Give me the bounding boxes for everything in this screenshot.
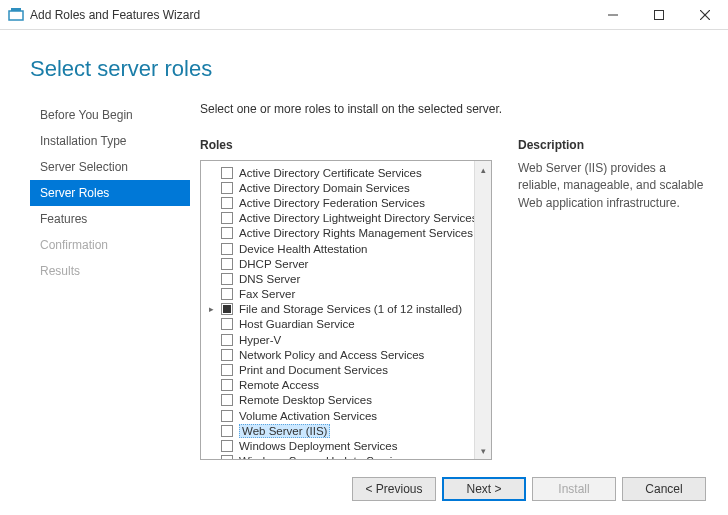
role-row[interactable]: ▸File and Storage Services (1 of 12 inst…: [221, 302, 491, 317]
footer-buttons: < Previous Next > Install Cancel: [352, 477, 706, 501]
scroll-down-icon[interactable]: ▾: [475, 442, 491, 459]
role-checkbox[interactable]: [221, 364, 233, 376]
role-checkbox[interactable]: [221, 243, 233, 255]
install-button: Install: [532, 477, 616, 501]
cancel-button[interactable]: Cancel: [622, 477, 706, 501]
instruction-text: Select one or more roles to install on t…: [200, 102, 708, 116]
role-row[interactable]: Active Directory Certificate Services: [221, 165, 491, 180]
role-row[interactable]: Active Directory Domain Services: [221, 180, 491, 195]
role-label[interactable]: Host Guardian Service: [239, 318, 355, 330]
role-label[interactable]: DNS Server: [239, 273, 300, 285]
role-label[interactable]: Fax Server: [239, 288, 295, 300]
close-button[interactable]: [682, 0, 728, 30]
role-checkbox[interactable]: [221, 318, 233, 330]
role-checkbox[interactable]: [221, 288, 233, 300]
role-row[interactable]: Volume Activation Services: [221, 408, 491, 423]
previous-button[interactable]: < Previous: [352, 477, 436, 501]
window-controls: [590, 0, 728, 30]
role-checkbox[interactable]: [221, 349, 233, 361]
minimize-button[interactable]: [590, 0, 636, 30]
sidebar-item-server-selection[interactable]: Server Selection: [30, 154, 190, 180]
roles-header: Roles: [200, 138, 492, 152]
role-row[interactable]: Windows Deployment Services: [221, 438, 491, 453]
role-checkbox[interactable]: [221, 273, 233, 285]
svg-rect-0: [9, 11, 23, 20]
role-checkbox[interactable]: [221, 182, 233, 194]
sidebar-item-before-you-begin[interactable]: Before You Begin: [30, 102, 190, 128]
role-label[interactable]: File and Storage Services (1 of 12 insta…: [239, 303, 462, 315]
svg-rect-3: [655, 10, 664, 19]
role-checkbox[interactable]: [221, 227, 233, 239]
titlebar: Add Roles and Features Wizard: [0, 0, 728, 30]
role-checkbox[interactable]: [221, 440, 233, 452]
role-checkbox[interactable]: [221, 197, 233, 209]
role-label[interactable]: Windows Server Update Services: [239, 455, 410, 460]
role-checkbox[interactable]: [221, 334, 233, 346]
role-checkbox[interactable]: [221, 394, 233, 406]
role-label[interactable]: Remote Desktop Services: [239, 394, 372, 406]
next-button[interactable]: Next >: [442, 477, 526, 501]
scrollbar[interactable]: ▴ ▾: [474, 161, 491, 459]
role-checkbox[interactable]: [221, 167, 233, 179]
role-row[interactable]: Remote Desktop Services: [221, 393, 491, 408]
role-row[interactable]: DHCP Server: [221, 256, 491, 271]
role-row[interactable]: Active Directory Lightweight Directory S…: [221, 211, 491, 226]
role-label[interactable]: Active Directory Federation Services: [239, 197, 425, 209]
role-row[interactable]: DNS Server: [221, 271, 491, 286]
role-row[interactable]: Print and Document Services: [221, 362, 491, 377]
role-row[interactable]: Host Guardian Service: [221, 317, 491, 332]
sidebar-item-confirmation: Confirmation: [30, 232, 190, 258]
role-checkbox[interactable]: [221, 455, 233, 460]
role-label[interactable]: Web Server (IIS): [239, 424, 330, 438]
sidebar-item-installation-type[interactable]: Installation Type: [30, 128, 190, 154]
page-heading: Select server roles: [0, 30, 728, 102]
app-icon: [8, 7, 24, 23]
role-label[interactable]: Device Health Attestation: [239, 243, 368, 255]
role-row[interactable]: Windows Server Update Services: [221, 454, 491, 460]
role-row[interactable]: Fax Server: [221, 287, 491, 302]
role-row[interactable]: Web Server (IIS): [221, 423, 491, 438]
role-row[interactable]: Active Directory Federation Services: [221, 195, 491, 210]
role-label[interactable]: Hyper-V: [239, 334, 281, 346]
role-row[interactable]: Remote Access: [221, 378, 491, 393]
scroll-up-icon[interactable]: ▴: [475, 161, 491, 178]
maximize-button[interactable]: [636, 0, 682, 30]
role-checkbox[interactable]: [221, 258, 233, 270]
role-checkbox[interactable]: [221, 379, 233, 391]
role-label[interactable]: Active Directory Lightweight Directory S…: [239, 212, 477, 224]
role-checkbox[interactable]: [221, 212, 233, 224]
role-label[interactable]: Active Directory Certificate Services: [239, 167, 422, 179]
wizard-steps-sidebar: Before You BeginInstallation TypeServer …: [30, 102, 190, 460]
roles-listbox[interactable]: Active Directory Certificate ServicesAct…: [200, 160, 492, 460]
role-label[interactable]: Network Policy and Access Services: [239, 349, 424, 361]
role-checkbox[interactable]: [221, 410, 233, 422]
sidebar-item-features[interactable]: Features: [30, 206, 190, 232]
role-label[interactable]: Print and Document Services: [239, 364, 388, 376]
sidebar-item-server-roles[interactable]: Server Roles: [30, 180, 190, 206]
role-label[interactable]: DHCP Server: [239, 258, 308, 270]
description-header: Description: [518, 138, 708, 152]
role-checkbox[interactable]: [221, 425, 233, 437]
role-row[interactable]: Device Health Attestation: [221, 241, 491, 256]
role-label[interactable]: Active Directory Domain Services: [239, 182, 410, 194]
role-label[interactable]: Active Directory Rights Management Servi…: [239, 227, 473, 239]
sidebar-item-results: Results: [30, 258, 190, 284]
description-text: Web Server (IIS) provides a reliable, ma…: [518, 160, 708, 212]
role-row[interactable]: Active Directory Rights Management Servi…: [221, 226, 491, 241]
role-row[interactable]: Network Policy and Access Services: [221, 347, 491, 362]
role-row[interactable]: Hyper-V: [221, 332, 491, 347]
window-title: Add Roles and Features Wizard: [30, 8, 200, 22]
role-checkbox[interactable]: [221, 303, 233, 315]
role-label[interactable]: Volume Activation Services: [239, 410, 377, 422]
role-label[interactable]: Remote Access: [239, 379, 319, 391]
expand-icon[interactable]: ▸: [206, 304, 216, 314]
role-label[interactable]: Windows Deployment Services: [239, 440, 398, 452]
svg-rect-1: [11, 8, 21, 11]
